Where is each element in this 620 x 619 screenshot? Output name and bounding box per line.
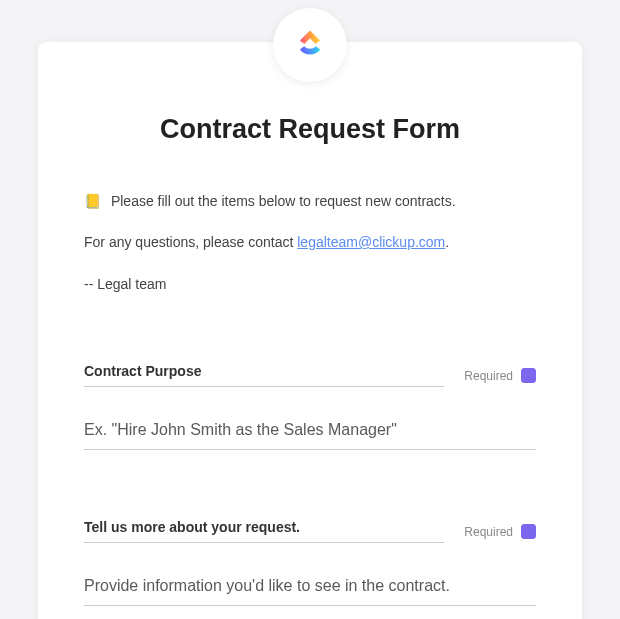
intro-text: 📒 Please fill out the items below to req… bbox=[84, 191, 536, 212]
contact-suffix: . bbox=[445, 234, 449, 250]
field-label: Contract Purpose bbox=[84, 363, 201, 379]
contact-line: For any questions, please contact legalt… bbox=[84, 234, 536, 250]
clickup-logo-icon bbox=[292, 27, 328, 63]
required-indicator: Required bbox=[464, 524, 536, 543]
form-title: Contract Request Form bbox=[84, 114, 536, 145]
signoff-text: -- Legal team bbox=[84, 276, 536, 292]
field-header: Contract Purpose Required bbox=[84, 362, 536, 387]
logo-badge bbox=[273, 8, 347, 82]
required-indicator: Required bbox=[464, 368, 536, 387]
request-details-input[interactable] bbox=[84, 571, 536, 606]
form-card: Contract Request Form 📒 Please fill out … bbox=[38, 42, 582, 619]
field-contract-purpose: Contract Purpose Required bbox=[84, 362, 536, 450]
required-checkbox-icon bbox=[521, 368, 536, 383]
required-text: Required bbox=[464, 369, 513, 383]
required-text: Required bbox=[464, 525, 513, 539]
page-wrapper: Contract Request Form 📒 Please fill out … bbox=[0, 0, 620, 619]
note-emoji-icon: 📒 bbox=[84, 193, 101, 209]
intro-message: Please fill out the items below to reque… bbox=[111, 193, 456, 209]
contract-purpose-input[interactable] bbox=[84, 415, 536, 450]
field-header: Tell us more about your request. Require… bbox=[84, 518, 536, 543]
field-label: Tell us more about your request. bbox=[84, 519, 300, 535]
contact-email-link[interactable]: legalteam@clickup.com bbox=[297, 234, 445, 250]
field-label-wrap: Tell us more about your request. bbox=[84, 518, 444, 543]
contact-prefix: For any questions, please contact bbox=[84, 234, 297, 250]
field-request-details: Tell us more about your request. Require… bbox=[84, 518, 536, 606]
field-label-wrap: Contract Purpose bbox=[84, 362, 444, 387]
required-checkbox-icon bbox=[521, 524, 536, 539]
